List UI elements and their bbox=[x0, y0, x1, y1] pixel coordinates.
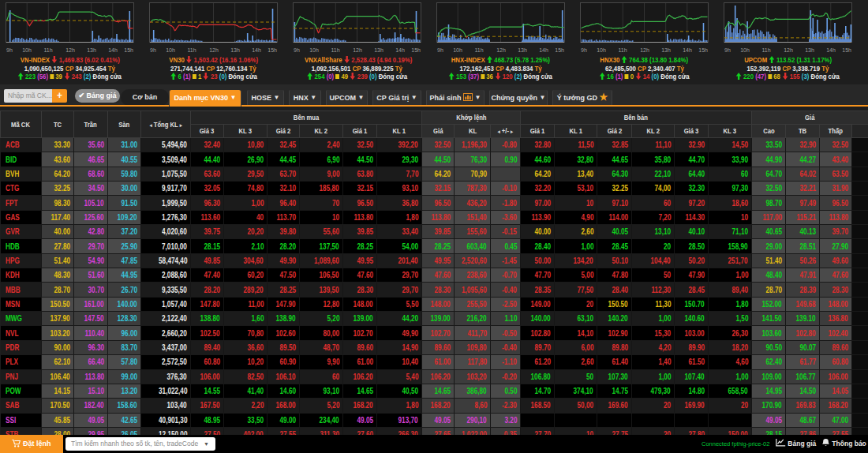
svg-text:11h: 11h bbox=[474, 47, 483, 53]
svg-text:9h: 9h bbox=[581, 47, 587, 53]
svg-text:14h: 14h bbox=[826, 47, 836, 53]
svg-text:14h: 14h bbox=[252, 47, 261, 53]
svg-text:11h: 11h bbox=[618, 47, 627, 53]
svg-text:14h: 14h bbox=[395, 47, 405, 53]
svg-text:9h: 9h bbox=[724, 47, 731, 53]
svg-text:11h: 11h bbox=[761, 47, 770, 53]
svg-text:13h: 13h bbox=[230, 47, 240, 53]
svg-text:14h: 14h bbox=[108, 47, 118, 53]
svg-text:9h: 9h bbox=[437, 47, 443, 53]
svg-text:10h: 10h bbox=[309, 47, 319, 53]
svg-text:10h: 10h bbox=[740, 47, 750, 53]
svg-text:10h: 10h bbox=[597, 47, 606, 53]
svg-text:12h: 12h bbox=[784, 47, 793, 53]
svg-text:10h: 10h bbox=[166, 47, 175, 53]
svg-text:14h: 14h bbox=[539, 47, 548, 53]
svg-text:10h: 10h bbox=[22, 47, 32, 53]
svg-text:15h: 15h bbox=[698, 47, 708, 53]
svg-text:10h: 10h bbox=[453, 47, 462, 53]
svg-text:9h: 9h bbox=[150, 47, 156, 53]
svg-text:12h: 12h bbox=[640, 47, 649, 53]
svg-text:9h: 9h bbox=[294, 47, 300, 53]
svg-text:15h: 15h bbox=[268, 47, 277, 53]
svg-text:12h: 12h bbox=[353, 47, 362, 53]
svg-text:12h: 12h bbox=[496, 47, 506, 53]
svg-text:12h: 12h bbox=[65, 47, 75, 53]
svg-text:13h: 13h bbox=[518, 47, 527, 53]
svg-text:13h: 13h bbox=[805, 47, 814, 53]
svg-text:15h: 15h bbox=[124, 47, 133, 53]
svg-text:12h: 12h bbox=[209, 47, 219, 53]
svg-text:9h: 9h bbox=[6, 47, 13, 53]
svg-text:15h: 15h bbox=[842, 47, 851, 53]
svg-text:11h: 11h bbox=[331, 47, 339, 53]
svg-text:11h: 11h bbox=[187, 47, 196, 53]
svg-text:15h: 15h bbox=[411, 47, 421, 53]
svg-text:13h: 13h bbox=[87, 47, 96, 53]
svg-text:13h: 13h bbox=[661, 47, 671, 53]
svg-text:14h: 14h bbox=[683, 47, 692, 53]
svg-text:11h: 11h bbox=[43, 47, 52, 53]
svg-text:15h: 15h bbox=[555, 47, 564, 53]
svg-text:13h: 13h bbox=[374, 47, 383, 53]
